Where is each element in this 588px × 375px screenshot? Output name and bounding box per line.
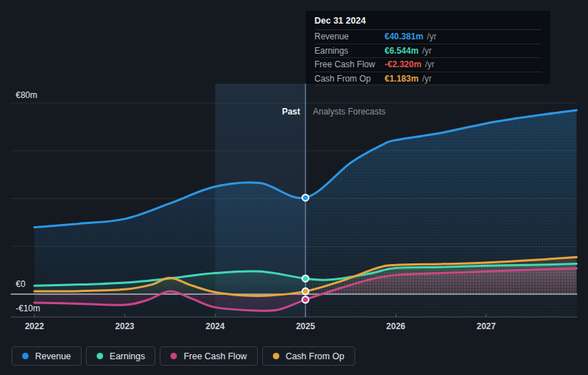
- earnings-revenue-growth-chart: €80m €0 -€10m 202220232024202520262027 P…: [0, 0, 588, 375]
- x-axis-label-2024: 2024: [199, 321, 231, 331]
- marker-cash-from-op: [302, 288, 309, 295]
- legend-item-revenue[interactable]: Revenue: [11, 346, 82, 366]
- chart-tooltip: Dec 31 2024 Revenue €40.381m /yr Earning…: [306, 11, 550, 84]
- revenue-dot-icon: [22, 353, 29, 359]
- x-axis-label-2025: 2025: [290, 321, 322, 331]
- y-axis-label-80m: €80m: [16, 90, 37, 100]
- earnings-dot-icon: [97, 353, 103, 359]
- tooltip-row-free-cash-flow: Free Cash Flow -€2.320m /yr: [314, 58, 541, 72]
- x-axis-label-2027: 2027: [471, 321, 502, 331]
- cash-from-op-dot-icon: [273, 353, 279, 359]
- past-label: Past: [282, 107, 300, 117]
- legend-item-free-cash-flow[interactable]: Free Cash Flow: [160, 346, 257, 366]
- tooltip-row-cash-from-op: Cash From Op €1.183m /yr: [314, 72, 541, 87]
- x-axis-label-2023: 2023: [109, 321, 140, 331]
- free-cash-flow-dot-icon: [170, 353, 177, 359]
- analysts-forecasts-label: Analysts Forecasts: [313, 107, 385, 117]
- marker-free-cash-flow: [302, 296, 309, 303]
- y-axis-label-0: €0: [16, 279, 25, 289]
- marker-revenue: [302, 195, 309, 201]
- marker-earnings: [302, 276, 309, 282]
- chart-legend: Revenue Earnings Free Cash Flow Cash Fro…: [11, 346, 355, 366]
- x-axis-label-2026: 2026: [380, 321, 412, 331]
- legend-item-cash-from-op[interactable]: Cash From Op: [262, 346, 355, 366]
- tooltip-row-revenue: Revenue €40.381m /yr: [314, 30, 541, 44]
- y-axis-label-neg10m: -€10m: [16, 303, 40, 313]
- tooltip-row-earnings: Earnings €6.544m /yr: [314, 44, 541, 59]
- legend-item-earnings[interactable]: Earnings: [86, 346, 155, 366]
- tooltip-date: Dec 31 2024: [314, 11, 541, 30]
- x-axis-label-2022: 2022: [19, 321, 50, 331]
